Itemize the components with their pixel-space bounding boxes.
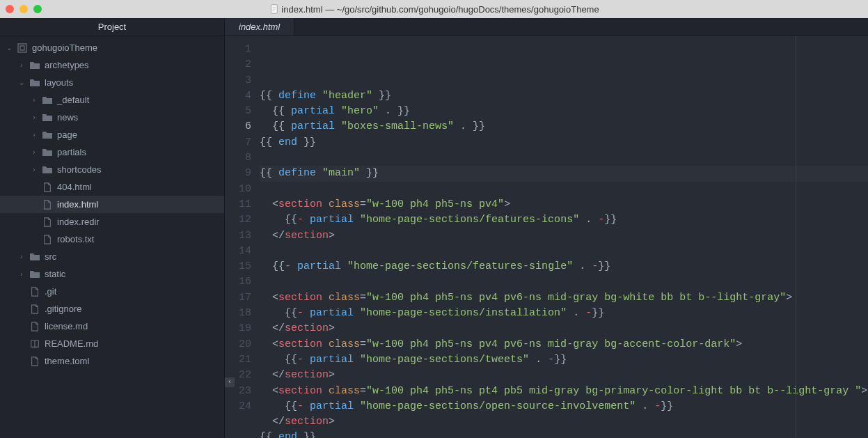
- tree-item-page[interactable]: ›page: [0, 126, 224, 143]
- repo-icon: [17, 42, 28, 54]
- file-icon: [29, 322, 40, 331]
- line-number: 7: [225, 135, 251, 150]
- code-line[interactable]: {{ partial "boxes-small-news" . }}: [260, 119, 868, 134]
- tree-item-static[interactable]: ›static: [0, 265, 224, 283]
- line-number: 12: [225, 212, 251, 228]
- chevron-down-icon: ⌄: [6, 44, 13, 52]
- close-window-button[interactable]: [6, 5, 14, 13]
- line-number: 10: [225, 182, 251, 197]
- code-line[interactable]: {{- partial "home-page-sections/features…: [260, 212, 868, 228]
- code-line[interactable]: {{ define "main" }}: [260, 166, 868, 181]
- tree-item-label: index.html: [57, 199, 98, 210]
- folder-icon: [29, 60, 40, 71]
- folder-icon: [29, 251, 40, 263]
- tree-item-shortcodes[interactable]: ›shortcodes: [0, 161, 224, 178]
- line-number: 5: [225, 104, 251, 119]
- tree-item-readme-md[interactable]: README.md: [0, 335, 224, 352]
- chevron-down-icon: ⌄: [18, 79, 25, 86]
- wrap-guide: [796, 36, 796, 438]
- code-line[interactable]: <section class="w-100 ph4 ph5-ns pv4 pv6…: [260, 290, 868, 306]
- line-number: 11: [225, 197, 251, 212]
- book-icon: [29, 339, 40, 349]
- folder-icon: [29, 269, 40, 280]
- tree-item-index-html[interactable]: index.html: [0, 196, 224, 213]
- tab-index-html[interactable]: index.html: [225, 18, 294, 36]
- tree-item-archetypes[interactable]: ›archetypes: [0, 56, 224, 74]
- tree-item-robots-txt[interactable]: robots.txt: [0, 230, 224, 248]
- line-number: 2: [225, 57, 251, 72]
- line-number: 14: [225, 244, 251, 259]
- tree-item-partials[interactable]: ›partials: [0, 143, 224, 161]
- code-line[interactable]: {{ end }}: [260, 430, 868, 438]
- window-title: index.html — ~/go/src/github.com/gohugoi…: [269, 4, 599, 15]
- tree-item-layouts[interactable]: ⌄layouts: [0, 74, 224, 91]
- file-icon: [42, 217, 53, 227]
- minimize-window-button[interactable]: [19, 5, 28, 13]
- tree-item-news[interactable]: ›news: [0, 109, 224, 126]
- chevron-right-icon: ›: [18, 253, 25, 260]
- editor-area: index.html 12345678910111213141516171819…: [225, 18, 868, 438]
- folder-icon: [42, 130, 53, 141]
- code-line[interactable]: <section class="w-100 ph4 ph5-ns pv4 pv6…: [260, 337, 868, 352]
- tree-item-gohugoiotheme[interactable]: ⌄gohugoioTheme: [0, 39, 224, 56]
- file-tree[interactable]: ⌄gohugoioTheme›archetypes⌄layouts›_defau…: [0, 36, 224, 438]
- fold-indicator[interactable]: ‹: [225, 377, 235, 387]
- tree-item-label: archetypes: [45, 60, 89, 70]
- chevron-right-icon: ›: [18, 61, 25, 69]
- tree-item-label: license.md: [45, 321, 88, 331]
- folder-icon: [29, 77, 40, 88]
- folder-icon: [42, 112, 53, 123]
- tree-item-src[interactable]: ›src: [0, 248, 224, 265]
- code-line[interactable]: {{- partial "home-page-sections/tweets" …: [260, 352, 868, 368]
- tree-item--default[interactable]: ›_default: [0, 91, 224, 109]
- line-number: 6: [225, 119, 251, 134]
- tab-label: index.html: [239, 22, 280, 32]
- line-number: 9: [225, 166, 251, 181]
- tree-item-theme-toml[interactable]: theme.toml: [0, 352, 224, 370]
- window-title-text: index.html — ~/go/src/github.com/gohugoi…: [281, 4, 599, 15]
- tree-item-license-md[interactable]: license.md: [0, 318, 224, 335]
- tree-item-label: layouts: [45, 77, 73, 88]
- code-content[interactable]: {{ define "header" }} {{ partial "hero" …: [260, 36, 868, 438]
- code-line[interactable]: [260, 244, 868, 259]
- code-line[interactable]: </section>: [260, 321, 868, 336]
- code-line[interactable]: </section>: [260, 368, 868, 383]
- chevron-right-icon: ›: [31, 166, 38, 173]
- code-line[interactable]: <section class="w-100 ph4 ph5-ns pt4 pb5…: [260, 384, 868, 399]
- code-line[interactable]: [260, 150, 868, 166]
- line-number: 24: [225, 399, 251, 414]
- file-icon: [29, 287, 40, 297]
- tree-item-404-html[interactable]: 404.html: [0, 178, 224, 196]
- tree-item-label: partials: [57, 147, 86, 157]
- chevron-right-icon: ›: [31, 114, 38, 121]
- code-line[interactable]: {{- partial "home-page-sections/features…: [260, 259, 868, 274]
- folder-icon: [42, 95, 53, 106]
- tab-bar: index.html: [225, 18, 868, 36]
- code-line[interactable]: [260, 182, 868, 197]
- tree-item-label: README.md: [45, 338, 98, 349]
- code-line[interactable]: {{ end }}: [260, 135, 868, 150]
- tree-item-index-redir[interactable]: index.redir: [0, 213, 224, 230]
- line-number: 4: [225, 88, 251, 104]
- file-icon: [42, 235, 53, 244]
- code-editor[interactable]: 123456789101112131415161718192021222324 …: [225, 36, 868, 438]
- maximize-window-button[interactable]: [33, 5, 42, 13]
- tree-item-label: index.redir: [57, 217, 100, 227]
- code-line[interactable]: {{- partial "home-page-sections/open-sou…: [260, 399, 868, 414]
- code-line[interactable]: {{ define "header" }}: [260, 88, 868, 104]
- chevron-right-icon: ›: [31, 96, 38, 104]
- tree-item-label: robots.txt: [57, 234, 94, 244]
- line-number: 19: [225, 321, 251, 336]
- tree-item-label: .git: [45, 286, 56, 297]
- line-number: 3: [225, 73, 251, 88]
- code-line[interactable]: </section>: [260, 228, 868, 244]
- code-line[interactable]: {{ partial "hero" . }}: [260, 104, 868, 119]
- code-line[interactable]: <section class="w-100 ph4 ph5-ns pv4">: [260, 197, 868, 212]
- code-line[interactable]: [260, 274, 868, 290]
- file-icon: [269, 4, 278, 14]
- tree-item-label: src: [45, 251, 56, 262]
- code-line[interactable]: </section>: [260, 414, 868, 430]
- tree-item--git[interactable]: .git: [0, 283, 224, 300]
- tree-item--gitignore[interactable]: .gitignore: [0, 300, 224, 318]
- code-line[interactable]: {{- partial "home-page-sections/installa…: [260, 306, 868, 321]
